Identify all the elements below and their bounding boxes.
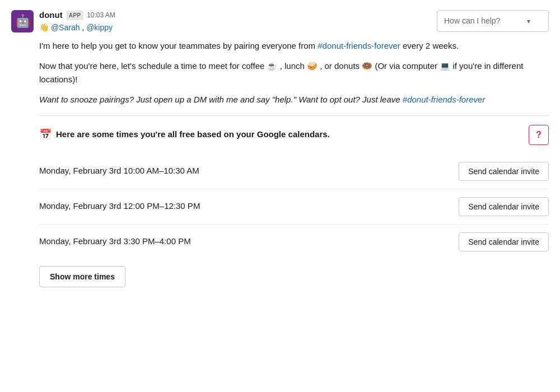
message-body: I'm here to help you get to know your te… <box>11 39 549 287</box>
name-row: donut APP 10:03 AM <box>39 9 115 22</box>
chevron-down-icon: ▾ <box>527 16 530 26</box>
avatar: 🤖 <box>11 10 34 32</box>
question-mark: ? <box>536 130 542 140</box>
timestamp: 10:03 AM <box>87 10 115 20</box>
time-slot-2: Monday, February 3rd 12:00 PM–12:30 PM S… <box>39 189 549 225</box>
how-can-help-label: How can I help? <box>444 15 500 27</box>
intro-text-before: I'm here to help you get to know your te… <box>39 41 318 50</box>
calendar-header-text: Here are some times you're all free base… <box>56 128 330 141</box>
username: donut <box>39 9 63 22</box>
intro-paragraph: I'm here to help you get to know your te… <box>39 39 549 53</box>
schedule-text: Now that you're here, let's schedule a t… <box>39 61 523 84</box>
wave-emoji: 👋 <box>39 23 51 32</box>
app-badge: APP <box>66 11 83 20</box>
header-left: 🤖 donut APP 10:03 AM 👋 @Sarah , @kippy <box>11 9 115 34</box>
comma-separator: , <box>82 23 86 32</box>
time-slot-3: Monday, February 3rd 3:30 PM–4:00 PM Sen… <box>39 225 549 259</box>
time-text-3: Monday, February 3rd 3:30 PM–4:00 PM <box>39 235 191 248</box>
donut-friends-link-2[interactable]: #donut-friends-forever <box>403 95 486 104</box>
section-divider <box>39 115 549 116</box>
time-text-1: Monday, February 3rd 10:00 AM–10:30 AM <box>39 165 199 178</box>
donut-friends-link-1[interactable]: #donut-friends-forever <box>318 41 400 50</box>
question-button[interactable]: ? <box>529 125 549 145</box>
calendar-header: 📅 Here are some times you're all free ba… <box>39 125 549 145</box>
calendar-icon: 📅 <box>39 127 52 142</box>
send-calendar-invite-button-3[interactable]: Send calendar invite <box>459 232 549 251</box>
send-calendar-invite-button-2[interactable]: Send calendar invite <box>459 197 549 216</box>
calendar-header-left: 📅 Here are some times you're all free ba… <box>39 127 330 142</box>
message-header: 🤖 donut APP 10:03 AM 👋 @Sarah , @kippy H… <box>11 9 549 34</box>
mention-sarah[interactable]: @Sarah <box>51 23 80 32</box>
calendar-section: 📅 Here are some times you're all free ba… <box>39 125 549 287</box>
snooze-text-before: Want to snooze pairings? Just open up a … <box>39 95 403 104</box>
mention-row: 👋 @Sarah , @kippy <box>39 22 115 34</box>
snooze-paragraph: Want to snooze pairings? Just open up a … <box>39 93 549 106</box>
how-can-help-dropdown[interactable]: How can I help? ▾ <box>437 10 549 32</box>
schedule-paragraph: Now that you're here, let's schedule a t… <box>39 59 549 86</box>
message-container: 🤖 donut APP 10:03 AM 👋 @Sarah , @kippy H… <box>0 0 560 298</box>
time-text-2: Monday, February 3rd 12:00 PM–12:30 PM <box>39 200 200 213</box>
intro-text-after: every 2 weeks. <box>400 41 459 50</box>
send-calendar-invite-button-1[interactable]: Send calendar invite <box>459 162 549 181</box>
time-slot-1: Monday, February 3rd 10:00 AM–10:30 AM S… <box>39 154 549 189</box>
show-more-times-button[interactable]: Show more times <box>39 266 125 287</box>
mention-kippy[interactable]: @kippy <box>86 23 113 32</box>
time-slots-list: Monday, February 3rd 10:00 AM–10:30 AM S… <box>39 154 549 259</box>
header-info: donut APP 10:03 AM 👋 @Sarah , @kippy <box>39 9 115 34</box>
